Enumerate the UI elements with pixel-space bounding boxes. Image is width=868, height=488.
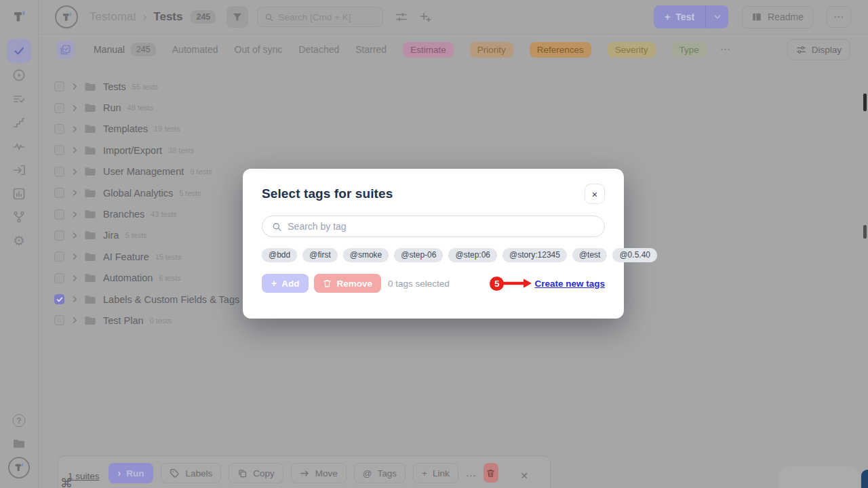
pill-severity[interactable]: Severity [608,42,656,58]
add-test-dropdown[interactable] [705,5,728,28]
labels-button[interactable]: Labels [161,463,221,483]
suite-name[interactable]: Templates [103,123,148,134]
toolbar-close-button[interactable]: ✕ [520,470,528,481]
row-checkbox[interactable] [54,209,64,220]
chevron-right-icon[interactable] [71,104,79,112]
project-logo[interactable] [55,5,78,28]
chevron-right-icon[interactable] [71,146,79,154]
chevron-right-icon[interactable] [71,232,79,239]
modal-close-button[interactable]: × [585,184,605,204]
chevron-right-icon[interactable] [71,253,79,260]
sidebar-item-activity[interactable] [12,140,26,153]
move-button[interactable]: Move [291,463,347,483]
tag-chip[interactable]: @first [302,248,338,262]
tab-starred[interactable]: Starred [355,44,387,55]
global-search[interactable] [257,7,383,27]
tab-detached[interactable]: Detached [298,44,339,55]
suite-name[interactable]: Labels & Custom Fields & Tags [103,294,239,305]
tags-button[interactable]: @ Tags [354,463,406,483]
chevron-right-icon[interactable] [71,211,79,218]
row-checkbox[interactable] [54,167,64,177]
run-button[interactable]: › Run [108,463,154,483]
sidebar-item-settings[interactable]: ⚙ [13,234,25,247]
tag-chip[interactable]: @story:12345 [502,248,567,262]
suite-name[interactable]: Global Analytics [103,188,173,199]
readme-button[interactable]: Readme [742,6,813,28]
search-input[interactable] [278,12,376,22]
pill-type[interactable]: Type [672,42,707,58]
row-checkbox[interactable] [54,315,64,325]
tag-chip[interactable]: @step:06 [448,248,497,262]
tab-out-of-sync[interactable]: Out of sync [235,44,283,55]
chevron-right-icon[interactable] [71,317,79,324]
tab-manual[interactable]: Manual 245 [94,43,156,56]
row-checkbox-checked[interactable] [54,294,64,304]
row-checkbox[interactable] [54,124,64,134]
filter-button[interactable] [226,6,248,28]
row-checkbox[interactable] [54,145,64,155]
chevron-right-icon[interactable] [71,296,79,303]
suite-name[interactable]: Test Plan [103,315,144,326]
suite-name[interactable]: AI Feature [103,251,149,262]
link-button[interactable]: + Link [413,463,458,483]
account-logo-button[interactable] [8,457,30,479]
tag-chip[interactable]: @0.5.40 [612,248,657,262]
copy-button[interactable]: Copy [229,463,283,483]
pill-priority[interactable]: Priority [470,42,513,58]
display-button[interactable]: Display [787,39,850,60]
suite-name[interactable]: Tests [103,81,126,92]
sidebar-item-tests[interactable] [7,39,31,63]
header-more-button[interactable]: ⋯ [827,6,851,28]
chat-widget[interactable] [778,466,860,488]
pill-references[interactable]: References [530,42,591,58]
sidebar-item-analytics[interactable] [12,187,26,201]
tag-chip[interactable]: @step-06 [394,248,443,262]
filter-more-button[interactable]: ⋯ [720,43,730,56]
sidebar-item-steps[interactable] [12,116,26,129]
row-checkbox[interactable] [54,230,64,241]
tag-chip[interactable]: @smoke [343,248,389,262]
row-checkbox[interactable] [54,81,64,92]
suite-name[interactable]: Run [103,102,121,113]
delete-button[interactable] [484,463,498,483]
suite-row-tests[interactable]: Tests 55 tests [54,76,556,97]
select-all-button[interactable] [56,41,75,59]
chevron-right-icon[interactable] [71,168,79,176]
row-checkbox[interactable] [54,273,64,283]
tag-chip[interactable]: @bdd [262,248,297,262]
sidebar-item-runs[interactable] [12,68,26,82]
chevron-right-icon[interactable] [71,83,79,90]
row-checkbox[interactable] [54,103,64,113]
suite-row-import-export[interactable]: Import/Export 38 tests [54,140,556,161]
help-button[interactable]: ? [13,414,26,427]
row-checkbox[interactable] [54,188,64,198]
suite-name[interactable]: Branches [103,209,144,220]
adjustments-button[interactable] [395,11,408,23]
suite-row-templates[interactable]: Templates 19 tests [54,119,556,140]
ai-create-button[interactable] [420,12,431,23]
row-checkbox[interactable] [54,251,64,262]
scrollbar-thumb[interactable] [863,94,867,111]
create-new-tags-link[interactable]: Create new tags [534,279,605,289]
library-button[interactable] [12,437,26,451]
tag-chip[interactable]: @test [572,248,608,262]
toolbar-more-button[interactable]: ⋯ [466,470,476,482]
chevron-right-icon[interactable] [71,125,79,133]
sidebar-item-branches[interactable] [12,210,26,224]
tag-search-input[interactable] [288,221,595,232]
sidebar-item-test-plans[interactable] [12,92,26,106]
sidebar-item-import[interactable] [12,163,26,177]
suite-name[interactable]: Jira [103,230,119,241]
remove-tags-button[interactable]: Remove [314,274,381,293]
suite-row-run[interactable]: Run 48 tests [54,97,556,118]
scrollbar-thumb[interactable] [863,225,867,239]
add-test-button[interactable]: + Test [654,5,705,28]
pill-estimate[interactable]: Estimate [403,42,454,58]
suite-name[interactable]: User Management [103,166,184,177]
suite-name[interactable]: Import/Export [103,145,162,156]
tab-automated[interactable]: Automated [172,44,218,55]
suite-name[interactable]: Automation [103,272,153,283]
breadcrumb-project[interactable]: Testomat [90,10,136,24]
tag-search[interactable] [262,216,605,237]
chevron-right-icon[interactable] [71,274,79,282]
